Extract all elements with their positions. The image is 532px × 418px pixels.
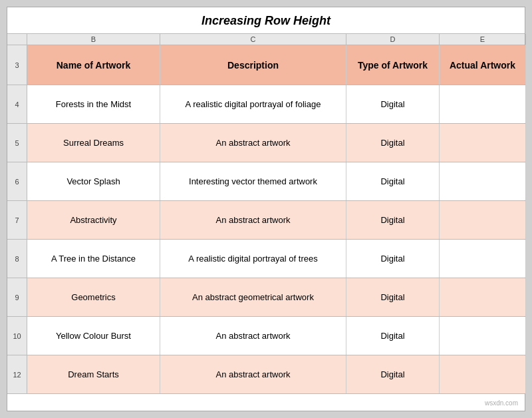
header-description: Description	[160, 45, 346, 85]
col-header-c: C	[160, 34, 346, 45]
cell-artwork	[440, 317, 526, 355]
cell-type: Digital	[346, 162, 440, 200]
row-num: 9	[7, 278, 27, 316]
spreadsheet: Increasing Row Height B C D E 3 Name of …	[7, 7, 525, 411]
table-row: 12 Dream Starts An abstract artwork Digi…	[7, 355, 525, 394]
header-type: Type of Artwork	[346, 45, 440, 85]
cell-type: Digital	[346, 201, 440, 239]
cell-name: Surreal Dreams	[27, 124, 160, 162]
col-header-e: E	[440, 34, 526, 45]
cell-name: Vector Splash	[27, 162, 160, 200]
row-num-header: 3	[7, 45, 27, 85]
cell-description: An abstract artwork	[160, 124, 346, 162]
cell-artwork	[440, 85, 526, 123]
col-header-b: B	[27, 34, 160, 45]
watermark: wsxdn.com	[485, 399, 518, 407]
row-num: 12	[7, 355, 27, 393]
cell-description: An abstract artwork	[160, 201, 346, 239]
cell-artwork	[440, 162, 526, 200]
table-row: 6 Vector Splash Interesting vector theme…	[7, 162, 525, 201]
row-num: 7	[7, 201, 27, 239]
cell-description: A realistic digital portrayal of foliage	[160, 85, 346, 123]
cell-artwork	[440, 124, 526, 162]
header-artwork: Actual Artwork	[440, 45, 526, 85]
table-row: 4 Forests in the Midst A realistic digit…	[7, 85, 525, 124]
cell-name: Abstractivity	[27, 201, 160, 239]
cell-description: An abstract artwork	[160, 317, 346, 355]
col-header-blank	[7, 34, 27, 45]
cell-type: Digital	[346, 124, 440, 162]
cell-artwork	[440, 201, 526, 239]
cell-type: Digital	[346, 317, 440, 355]
row-num: 4	[7, 85, 27, 123]
cell-artwork	[440, 240, 526, 278]
cell-artwork	[440, 278, 526, 316]
header-row: 3 Name of Artwork Description Type of Ar…	[7, 45, 525, 85]
cell-name: A Tree in the Distance	[27, 240, 160, 278]
cell-type: Digital	[346, 85, 440, 123]
row-num: 8	[7, 240, 27, 278]
cell-description: A realistic digital portrayal of trees	[160, 240, 346, 278]
spreadsheet-title: Increasing Row Height	[7, 7, 525, 33]
cell-name: Dream Starts	[27, 355, 160, 393]
cell-type: Digital	[346, 240, 440, 278]
cell-name: Geometrics	[27, 278, 160, 316]
cell-type: Digital	[346, 278, 440, 316]
cell-name: Forests in the Midst	[27, 85, 160, 123]
column-headers: B C D E	[7, 33, 525, 45]
row-num: 10	[7, 317, 27, 355]
table-row: 10 Yellow Colour Burst An abstract artwo…	[7, 317, 525, 355]
table-row: 7 Abstractivity An abstract artwork Digi…	[7, 201, 525, 240]
header-name: Name of Artwork	[27, 45, 160, 85]
cell-description: Interesting vector themed artwork	[160, 162, 346, 200]
cell-description: An abstract artwork	[160, 355, 346, 393]
table-row: 5 Surreal Dreams An abstract artwork Dig…	[7, 124, 525, 162]
cell-artwork	[440, 355, 526, 393]
row-num: 5	[7, 124, 27, 162]
data-rows: 4 Forests in the Midst A realistic digit…	[7, 85, 525, 394]
row-num: 6	[7, 162, 27, 200]
col-header-d: D	[346, 34, 440, 45]
table-row: 8 A Tree in the Distance A realistic dig…	[7, 240, 525, 278]
table-row: 9 Geometrics An abstract geometrical art…	[7, 278, 525, 317]
cell-name: Yellow Colour Burst	[27, 317, 160, 355]
cell-type: Digital	[346, 355, 440, 393]
cell-description: An abstract geometrical artwork	[160, 278, 346, 316]
